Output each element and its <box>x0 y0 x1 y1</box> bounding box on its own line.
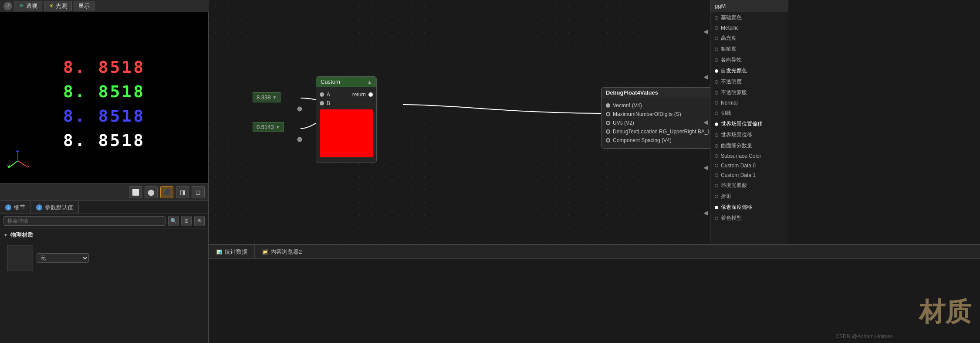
right-panel-item-tessellation[interactable]: 曲面细分数量 <box>710 140 788 151</box>
lighting-button[interactable]: ☀ 光照 <box>44 1 72 11</box>
stats-tab-label: 统计数据 <box>225 248 247 256</box>
custom-node-collapse-btn[interactable]: ▲ <box>367 79 372 85</box>
svg-text:+: + <box>8 164 10 169</box>
right-panel-item-world-offset[interactable]: 世界场景位置偏移 <box>710 119 788 129</box>
right-panel-label-ao: 环境光遮蔽 <box>721 182 747 189</box>
right-panel-item-ao[interactable]: 环境光遮蔽 <box>710 180 788 191</box>
viewport-btn-4[interactable]: ◨ <box>176 186 189 198</box>
right-panel-dot-shading <box>715 217 718 220</box>
right-panel-dot-normal <box>715 101 718 105</box>
bottom-tabs-bar: 📊 统计数据 📁 内容浏览器2 <box>209 245 980 259</box>
input-node-05143: 0.5143 ▼ <box>253 122 284 132</box>
input-value-text-8338: 8.338 <box>257 94 271 101</box>
eye-icon-btn[interactable]: 👁 <box>194 216 205 226</box>
right-panel-item-tangent[interactable]: 切线 <box>710 108 788 119</box>
right-arrow-4[interactable]: ◀ <box>703 164 708 171</box>
search-icon-btn[interactable]: 🔍 <box>168 216 179 226</box>
input-dropdown-8338[interactable]: ▼ <box>273 95 277 100</box>
right-panel-item-custom-data0[interactable]: Custom Data 0 <box>710 161 788 170</box>
input-node-8338: 8.338 ▼ <box>253 92 280 102</box>
material-dropdown[interactable]: 无 <box>37 253 89 263</box>
right-panel-label-tangent: 切线 <box>721 109 731 117</box>
right-panel: ggM 基础颜色 Metallic 高光度 粗糙度 各向异性 <box>710 0 788 244</box>
perspective-button[interactable]: 👁 透视 <box>14 1 42 11</box>
right-panel-label-emissive: 自发光颜色 <box>721 67 747 75</box>
right-panel-item-opacity[interactable]: 不透明度 <box>710 76 788 87</box>
right-panel-item-shading[interactable]: 着色模型 <box>710 213 788 224</box>
custom-node-header: Custom ▲ <box>316 77 376 87</box>
details-tab-label: 细节 <box>14 204 25 211</box>
property-row: 无 <box>0 241 208 275</box>
svg-point-7 <box>297 107 302 111</box>
viewport-btn-3[interactable]: ⬛ <box>160 186 173 198</box>
custom-node-body: A return B <box>316 87 376 163</box>
right-panel-item-normal[interactable]: Normal <box>710 98 788 108</box>
right-panel-label-world-disp: 世界场景位移 <box>721 131 752 139</box>
right-panel-item-world-disp[interactable]: 世界场景位移 <box>710 129 788 140</box>
content-browser-tab[interactable]: 📁 内容浏览器2 <box>255 245 309 258</box>
axis-svg: X Y Z + <box>7 150 29 172</box>
debug-value-blue: 8. 8518 <box>63 106 145 126</box>
input-value-8338[interactable]: 8.338 ▼ <box>253 92 280 102</box>
perspective-icon-btn[interactable]: ↺ <box>3 2 12 10</box>
debug-value-red: 8. 8518 <box>63 58 145 77</box>
debug-port-maxdigits-circle <box>606 112 610 116</box>
right-panel-item-metallic[interactable]: Metallic <box>710 23 788 33</box>
lighting-label: 光照 <box>56 2 67 10</box>
custom-port-a-label: A <box>327 92 330 98</box>
csdn-watermark: CSDN @Addam Holmes <box>835 333 893 340</box>
node-editor-bottom: 📊 统计数据 📁 内容浏览器2 <box>209 244 980 343</box>
stats-tab-icon: 📊 <box>216 249 222 255</box>
right-panel-items: 基础颜色 Metallic 高光度 粗糙度 各向异性 自发光颜色 <box>710 12 788 224</box>
debug-port-vector4-label: Vector4 (V4) <box>613 102 642 109</box>
right-panel-dot-tessellation <box>715 144 718 148</box>
right-arrow-2[interactable]: ◀ <box>703 73 708 80</box>
bottom-header: i 细节 i 参数默认值 <box>0 201 208 214</box>
right-arrow-5[interactable]: ◀ <box>703 209 708 216</box>
right-panel-item-anisotropy[interactable]: 各向异性 <box>710 54 788 65</box>
stats-tab[interactable]: 📊 统计数据 <box>209 245 255 258</box>
right-panel-item-roughness[interactable]: 粗糙度 <box>710 44 788 54</box>
debug-port-maxdigits-label: MaximumNumberOfDigits (S) <box>613 111 681 117</box>
right-panel-item-refraction[interactable]: 折射 <box>710 191 788 202</box>
display-label: 显示 <box>78 2 90 10</box>
content-browser-tab-icon: 📁 <box>262 249 268 255</box>
viewport-btn-2[interactable]: ⬤ <box>145 186 158 198</box>
debug-port-textlocation-circle <box>606 129 610 134</box>
custom-return-label: return <box>352 92 366 98</box>
right-panel-item-pixel-depth[interactable]: 像素深度偏移 <box>710 202 788 213</box>
debug-value-white: 8. 8518 <box>63 131 145 150</box>
right-panel-label-normal: Normal <box>721 100 738 106</box>
right-panel-header: ggM <box>710 0 788 12</box>
viewport-btn-5[interactable]: ◻ <box>192 186 205 198</box>
params-tab[interactable]: i 参数默认值 <box>31 201 79 214</box>
details-tab[interactable]: i 细节 <box>0 201 31 214</box>
right-panel-item-base-color[interactable]: 基础颜色 <box>710 12 788 23</box>
grid-icon-btn[interactable]: ⊞ <box>181 216 192 226</box>
svg-text:X: X <box>27 164 29 169</box>
right-arrow-3[interactable]: ◀ <box>703 119 708 126</box>
right-panel-dot-ao <box>715 184 718 187</box>
right-panel-label-subsurface: Subsurface Color <box>721 153 761 159</box>
right-panel-label-refraction: 折射 <box>721 193 731 200</box>
right-panel-dot-base-color <box>715 16 718 20</box>
right-panel-item-specular[interactable]: 高光度 <box>710 33 788 44</box>
search-input[interactable] <box>3 216 166 226</box>
right-panel-dot-metallic <box>715 26 718 30</box>
right-panel-item-opacity-mask[interactable]: 不透明蒙版 <box>710 87 788 98</box>
material-thumbnail <box>7 245 33 271</box>
display-button[interactable]: 显示 <box>74 1 95 11</box>
right-panel-item-custom-data1[interactable]: Custom Data 1 <box>710 170 788 180</box>
right-panel-item-subsurface[interactable]: Subsurface Color <box>710 151 788 161</box>
svg-point-8 <box>297 137 302 142</box>
debug-port-maxdigits-left: MaximumNumberOfDigits (S) <box>606 111 681 117</box>
input-dropdown-05143[interactable]: ▼ <box>276 125 280 129</box>
right-panel-item-emissive[interactable]: 自发光颜色 <box>710 65 788 76</box>
perspective-label: 透视 <box>26 2 37 10</box>
custom-node-title: Custom <box>321 78 340 85</box>
physics-section-header[interactable]: 物理材质 <box>0 228 208 241</box>
right-arrow-1[interactable]: ◀ <box>703 28 708 35</box>
viewport-btn-1[interactable]: ⬜ <box>129 186 142 198</box>
right-panel-label-specular: 高光度 <box>721 34 737 42</box>
input-value-05143[interactable]: 0.5143 ▼ <box>253 122 284 132</box>
